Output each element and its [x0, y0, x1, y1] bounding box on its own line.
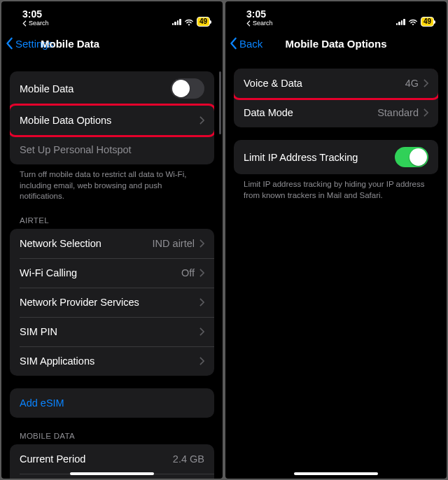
svg-point-0: [188, 23, 190, 24]
wifi-icon: [184, 18, 194, 26]
row-data-mode[interactable]: Data Mode Standard: [234, 98, 438, 127]
cellular-signal-icon: [172, 18, 181, 25]
row-voice-data[interactable]: Voice & Data 4G: [234, 69, 438, 98]
row-personal-hotspot[interactable]: Set Up Personal Hotspot: [10, 135, 214, 164]
highlight-mobile-data-options: Mobile Data Options: [10, 104, 214, 137]
footer-mobile-data: Turn off mobile data to restrict all dat…: [10, 164, 214, 202]
scroll-indicator[interactable]: [219, 71, 221, 134]
chevron-right-icon: [200, 327, 204, 336]
status-bar: 3:05 Search 49: [225, 1, 447, 28]
phone-left: 3:05 Search 49 Settings Mobile Data Mobi…: [1, 1, 223, 479]
chevron-right-icon: [200, 116, 204, 125]
row-current-period: Current Period 2.4 GB: [10, 444, 214, 474]
highlight-voice-data: Voice & Data 4G: [234, 69, 438, 100]
row-sim-pin[interactable]: SIM PIN: [10, 317, 214, 346]
row-sim-applications[interactable]: SIM Applications: [10, 346, 214, 376]
footer-limit-tracking: Limit IP address tracking by hiding your…: [234, 174, 438, 201]
chevron-right-icon: [200, 239, 204, 248]
chevron-right-icon: [424, 108, 428, 117]
breadcrumb-search[interactable]: Search: [246, 20, 273, 27]
row-network-selection[interactable]: Network Selection IND airtel: [10, 229, 214, 258]
status-bar: 3:05 Search 49: [1, 1, 223, 28]
home-indicator[interactable]: [70, 472, 154, 475]
battery-indicator: 49: [197, 17, 210, 27]
svg-point-1: [412, 23, 414, 24]
back-button[interactable]: Back: [230, 37, 262, 50]
toggle-mobile-data[interactable]: [171, 78, 204, 99]
row-wifi-calling[interactable]: Wi-Fi Calling Off: [10, 258, 214, 288]
status-time: 3:05: [22, 9, 42, 19]
row-provider-services[interactable]: Network Provider Services: [10, 288, 214, 317]
section-header-airtel: AIRTEL: [10, 202, 214, 229]
nav-bar: Settings Mobile Data: [1, 28, 223, 59]
breadcrumb-search[interactable]: Search: [22, 20, 49, 27]
back-button[interactable]: Settings: [6, 37, 53, 50]
chevron-right-icon: [200, 298, 204, 306]
wifi-icon: [408, 18, 418, 26]
row-mobile-data[interactable]: Mobile Data: [10, 71, 214, 106]
battery-indicator: 49: [421, 17, 434, 27]
row-add-esim[interactable]: Add eSIM: [10, 388, 214, 418]
status-time: 3:05: [246, 9, 266, 19]
chevron-right-icon: [424, 79, 428, 87]
row-mobile-data-options[interactable]: Mobile Data Options: [10, 106, 214, 135]
nav-bar: Back Mobile Data Options: [225, 28, 447, 59]
cellular-signal-icon: [396, 18, 405, 25]
home-indicator[interactable]: [294, 472, 378, 475]
toggle-limit-ip-tracking[interactable]: [395, 147, 428, 167]
phone-right: 3:05 Search 49 Back Mobile Data Options …: [225, 1, 447, 479]
row-limit-ip-tracking[interactable]: Limit IP Address Tracking: [234, 140, 438, 174]
section-header-mobile-data: MOBILE DATA: [10, 418, 214, 444]
chevron-right-icon: [200, 357, 204, 365]
chevron-right-icon: [200, 269, 204, 277]
